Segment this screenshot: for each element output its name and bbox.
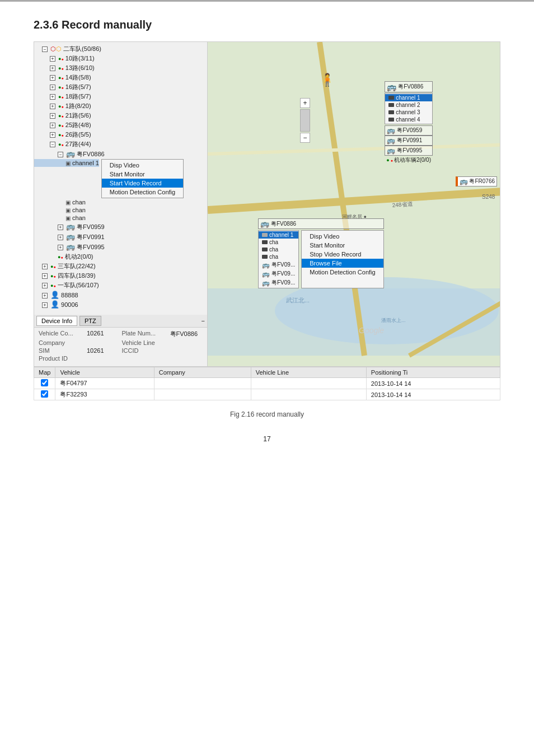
checkbox-cell[interactable] xyxy=(34,389,55,400)
field-value: 10261 xyxy=(87,347,104,354)
expand-plus-icon[interactable]: + xyxy=(42,264,48,269)
expand-plus-icon[interactable]: + xyxy=(50,75,55,81)
channel-item-3[interactable]: channel 3 xyxy=(385,109,432,116)
tree-item-channel3[interactable]: ▣ chan xyxy=(34,206,207,214)
menu-start-monitor[interactable]: Start Monitor xyxy=(102,170,183,179)
expand-plus-icon[interactable]: + xyxy=(50,113,55,119)
tree-item-fv0995[interactable]: + 🚌 粤FV0995 xyxy=(34,242,207,252)
map-vehicle-fv0959: 🚌 粤FV0959 xyxy=(385,125,433,136)
tree-item[interactable]: − ⬡⬡ 二车队(50/86) xyxy=(34,44,207,54)
field-product-id: Product ID xyxy=(39,355,120,362)
tree-item-channel2[interactable]: ▣ chan xyxy=(34,198,207,206)
expand-plus-icon[interactable]: + xyxy=(58,225,63,230)
menu-browse-file[interactable]: Browse File xyxy=(302,259,383,268)
tree-item-90006[interactable]: + 👤 90006 xyxy=(34,300,207,309)
channel-item-1[interactable]: channel 1 xyxy=(385,94,432,101)
menu-motion-detection[interactable]: Motion Detection Config xyxy=(102,188,183,197)
tree-item[interactable]: − ●● 27路(4/4) xyxy=(34,139,207,149)
checkbox-cell[interactable] xyxy=(34,378,55,389)
zoom-out-button[interactable]: − xyxy=(300,133,310,143)
col-vehicle: Vehicle xyxy=(55,367,154,378)
col-positioning: Positioning Ti xyxy=(366,367,500,378)
expand-plus-icon[interactable]: + xyxy=(42,273,48,279)
expand-plus-icon[interactable]: + xyxy=(50,104,55,109)
tree-item-channel1[interactable]: ▣ channel 1 xyxy=(34,159,99,167)
tab-ptz[interactable]: PTZ xyxy=(79,316,101,326)
tree-item[interactable]: + ●● 25路(4/8) xyxy=(34,120,207,130)
table-row: 粤F04797 2013-10-14 14 xyxy=(34,378,500,389)
tree-item[interactable]: + ●● 1路(8/20) xyxy=(34,101,207,111)
expand-plus-icon[interactable]: + xyxy=(50,85,55,90)
expand-plus-icon[interactable]: + xyxy=(58,235,63,240)
tree-item[interactable]: + ●● 14路(5/8) xyxy=(34,73,207,82)
tree-item[interactable]: + ●● 21路(5/6) xyxy=(34,111,207,120)
tree-item-team1[interactable]: + ●● 一车队(56/107) xyxy=(34,281,207,290)
menu-stop-video-record[interactable]: Stop Video Record xyxy=(302,250,383,259)
time-cell: 2013-10-14 14 xyxy=(366,389,500,400)
menu-motion-detection-r[interactable]: Motion Detection Config xyxy=(302,268,383,277)
expand-plus-icon[interactable]: + xyxy=(42,302,48,308)
menu-start-monitor-r[interactable]: Start Monitor xyxy=(302,241,383,250)
channel-item-4[interactable]: channel 4 xyxy=(385,116,432,123)
row-checkbox-1[interactable] xyxy=(41,379,48,386)
channel-item-2[interactable]: channel 2 xyxy=(385,101,432,109)
field-label: Product ID xyxy=(39,355,83,362)
tab-device-info[interactable]: Device Info xyxy=(36,316,77,326)
bottom-channel-fv0995: 🚌 粤FV09... xyxy=(259,278,298,287)
zoom-in-button[interactable]: + xyxy=(300,98,310,108)
row-checkbox-2[interactable] xyxy=(41,390,48,398)
menu-disp-video-r[interactable]: Disp Video xyxy=(302,232,383,241)
map-vehicle-label-fv0886: 🚌 粤FV0886 xyxy=(385,81,433,92)
field-label: Vehicle Line xyxy=(122,339,167,346)
tree-item[interactable]: + ●● 26路(5/5) xyxy=(34,130,207,139)
bottom-channel-3[interactable]: cha xyxy=(259,246,298,253)
tree-item-fv0991[interactable]: + 🚌 粤FV0991 xyxy=(34,232,207,242)
expand-plus-icon[interactable]: + xyxy=(42,283,48,288)
tree-item[interactable]: + ●● 13路(6/10) xyxy=(34,63,207,73)
map-vehicle-jidong: ●● 机动车辆2(0/0) xyxy=(385,156,433,165)
tree-item-88888[interactable]: + 👤 88888 xyxy=(34,290,207,300)
field-value: 10261 xyxy=(87,330,104,338)
expand-plus-icon[interactable]: + xyxy=(50,132,55,138)
zoom-slider[interactable] xyxy=(300,109,310,132)
bottom-channel-4[interactable]: cha xyxy=(259,253,298,260)
expand-plus-icon[interactable]: + xyxy=(42,293,48,298)
bottom-channel-1[interactable]: channel 1 xyxy=(259,231,298,239)
svg-text:武江北...: 武江北... xyxy=(286,297,310,304)
tree-item[interactable]: + ●● 10路(3/11) xyxy=(34,54,207,63)
tree-item-channel4[interactable]: ▣ chan xyxy=(34,214,207,222)
col-vehicle-line: Vehicle Line xyxy=(251,367,366,378)
tree-item-team4[interactable]: + ●● 四车队(18/39) xyxy=(34,271,207,281)
field-iccid: ICCID xyxy=(122,347,203,354)
field-company: Company xyxy=(39,339,120,346)
col-company: Company xyxy=(154,367,251,378)
tree-item-vehicle[interactable]: − 🚌 粤FV0886 xyxy=(34,149,207,159)
expand-plus-icon[interactable]: + xyxy=(50,56,55,62)
tree-item-fv0959[interactable]: + 🚌 粤FV0959 xyxy=(34,222,207,232)
device-info-section: Device Info PTZ − Vehicle Co... 10261 Pl… xyxy=(34,315,207,364)
data-table: Map Vehicle Company Vehicle Line Positio… xyxy=(34,367,500,400)
map-vehicle-fv0995: 🚌 粤FV0995 xyxy=(385,146,433,156)
expand-plus-icon[interactable]: + xyxy=(50,66,55,71)
field-label: Company xyxy=(39,339,83,346)
tree-item[interactable]: + ●● 16路(5/7) xyxy=(34,82,207,92)
expand-minus-icon[interactable]: − xyxy=(42,46,48,52)
menu-disp-video[interactable]: Disp Video xyxy=(102,161,183,170)
collapse-button[interactable]: − xyxy=(202,318,205,324)
line-cell xyxy=(251,389,366,400)
expand-plus-icon[interactable]: + xyxy=(50,123,55,128)
tree-item-jidong[interactable]: ●● 机动2(0/0) xyxy=(34,252,207,262)
field-label: Plate Num... xyxy=(122,330,167,338)
bottom-channel-2[interactable]: cha xyxy=(259,239,298,246)
expand-plus-icon[interactable]: + xyxy=(58,245,63,250)
section-title: 2.3.6 Record manually xyxy=(34,18,500,31)
left-context-menu: Disp Video Start Monitor Start Video Rec… xyxy=(101,159,184,198)
tree-item[interactable]: + ●● 18路(5/7) xyxy=(34,92,207,101)
menu-start-video-record[interactable]: Start Video Record xyxy=(102,179,183,188)
tree-item-team3[interactable]: + ●● 三车队(22/42) xyxy=(34,262,207,271)
expand-minus-icon[interactable]: − xyxy=(58,152,63,157)
expand-minus-icon[interactable]: − xyxy=(50,142,55,147)
col-map: Map xyxy=(34,367,55,378)
vehicle-cell: 粤F04797 xyxy=(55,378,154,389)
expand-plus-icon[interactable]: + xyxy=(50,94,55,100)
